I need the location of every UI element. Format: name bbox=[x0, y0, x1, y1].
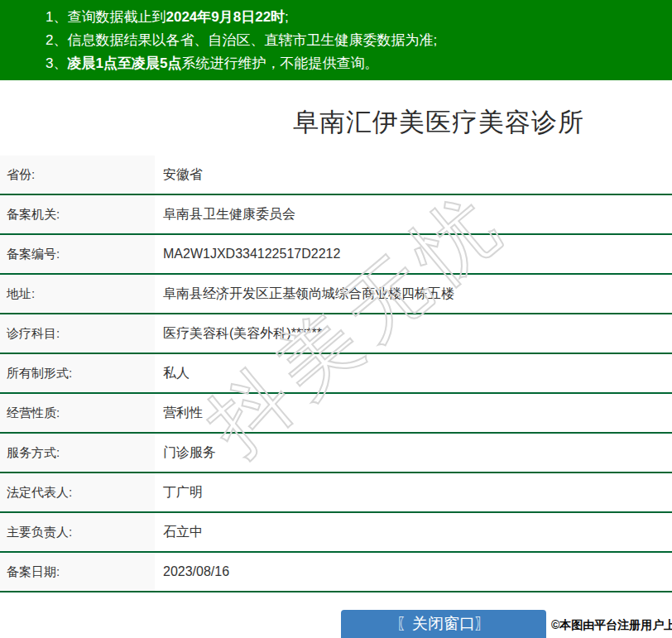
row-value: 阜南县卫生健康委员会 bbox=[155, 195, 295, 233]
row-value: 丁广明 bbox=[155, 473, 203, 511]
row-label: 备案编号: bbox=[0, 235, 155, 273]
row-value: 安徽省 bbox=[155, 156, 203, 194]
table-row: 所有制形式: 私人 bbox=[0, 354, 672, 394]
table-row: 服务方式: 门诊服务 bbox=[0, 434, 672, 473]
table-row: 诊疗科目: 医疗美容科(美容外科)****** bbox=[0, 314, 672, 354]
row-value: 营利性 bbox=[155, 394, 203, 432]
table-row: 经营性质: 营利性 bbox=[0, 394, 672, 434]
table-row: 备案机关: 阜南县卫生健康委员会 bbox=[0, 195, 672, 235]
copyright-stamp: ©本图由平台注册用户上传 bbox=[551, 618, 672, 633]
table-row: 地址: 阜南县经济开发区正基领尚城综合商业楼四栋五楼 bbox=[0, 275, 672, 314]
row-label: 服务方式: bbox=[0, 434, 155, 472]
row-value: 医疗美容科(美容外科)****** bbox=[155, 314, 322, 353]
row-label: 备案机关: bbox=[0, 195, 155, 233]
table-row: 法定代表人: 丁广明 bbox=[0, 473, 672, 513]
page-title: 阜南汇伊美医疗美容诊所 bbox=[0, 105, 672, 140]
close-window-button[interactable]: 〖关闭窗口〗 bbox=[341, 610, 546, 638]
notice-line-3: 3、凌晨1点至凌晨5点系统进行维护，不能提供查询。 bbox=[46, 52, 672, 75]
table-row: 备案日期: 2023/08/16 bbox=[0, 553, 672, 592]
notice-banner: 1、查询数据截止到2024年9月8日22时; 2、信息数据结果以各省、自治区、直… bbox=[0, 0, 672, 80]
row-value: 阜南县经济开发区正基领尚城综合商业楼四栋五楼 bbox=[155, 275, 454, 313]
row-value: 私人 bbox=[155, 354, 190, 392]
row-label: 法定代表人: bbox=[0, 473, 155, 511]
row-value: MA2W1JXD334122517D2212 bbox=[155, 235, 340, 273]
page-content: 阜南汇伊美医疗美容诊所 省份: 安徽省 备案机关: 阜南县卫生健康委员会 备案编… bbox=[0, 105, 672, 592]
row-label: 省份: bbox=[0, 156, 155, 194]
row-label: 主要负责人: bbox=[0, 513, 155, 551]
table-row: 备案编号: MA2W1JXD334122517D2212 bbox=[0, 235, 672, 275]
row-label: 地址: bbox=[0, 275, 155, 313]
row-value: 2023/08/16 bbox=[155, 553, 229, 591]
row-label: 所有制形式: bbox=[0, 354, 155, 392]
clinic-info-table: 省份: 安徽省 备案机关: 阜南县卫生健康委员会 备案编号: MA2W1JXD3… bbox=[0, 156, 672, 592]
table-row: 省份: 安徽省 bbox=[0, 156, 672, 195]
row-label: 诊疗科目: bbox=[0, 314, 155, 353]
row-label: 经营性质: bbox=[0, 394, 155, 432]
row-value: 石立中 bbox=[155, 513, 203, 551]
row-value: 门诊服务 bbox=[155, 434, 216, 472]
notice-line-2: 2、信息数据结果以各省、自治区、直辖市卫生健康委数据为准; bbox=[46, 29, 672, 52]
row-label: 备案日期: bbox=[0, 553, 155, 591]
table-row: 主要负责人: 石立中 bbox=[0, 513, 672, 553]
notice-line-1: 1、查询数据截止到2024年9月8日22时; bbox=[46, 6, 672, 29]
